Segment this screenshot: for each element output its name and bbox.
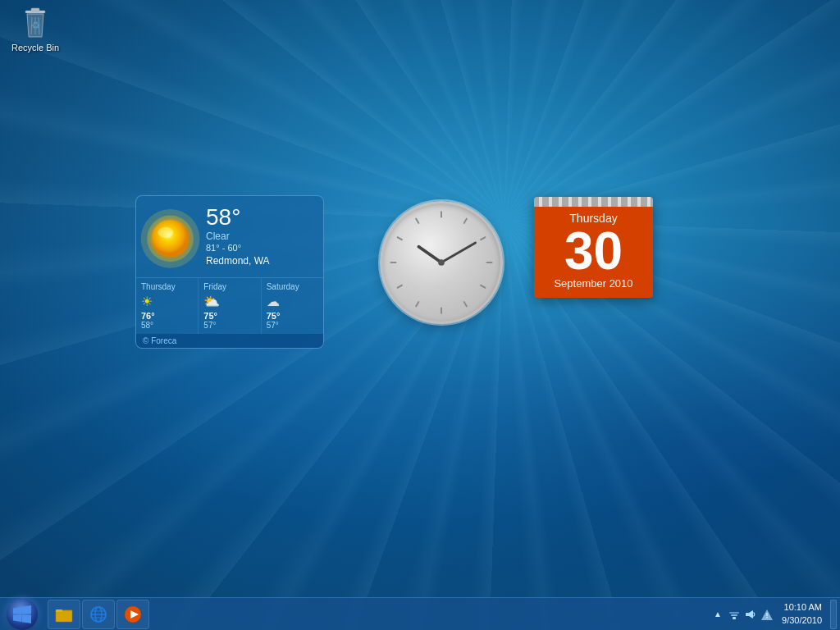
notifications-icon[interactable]: [760, 608, 774, 621]
svg-line-14: [480, 285, 486, 288]
svg-line-21: [416, 218, 419, 224]
calendar-month-year: September 2010: [534, 277, 653, 294]
taskbar: ▲: [0, 597, 840, 630]
calendar-header: Thursday 30 September 2010: [534, 207, 653, 298]
svg-line-20: [397, 237, 403, 240]
network-icon[interactable]: [728, 608, 741, 621]
svg-rect-36: [729, 612, 739, 614]
recycle-bin-label: Recycle Bin: [11, 42, 59, 53]
svg-line-22: [418, 247, 441, 262]
weather-range: 81° - 60°: [206, 243, 315, 253]
svg-line-15: [463, 301, 467, 307]
weather-temperature: 58°: [206, 206, 315, 229]
systray: [728, 608, 774, 621]
weather-info: 58° Clear 81° - 60° Redmond, WA: [206, 203, 315, 267]
media-player-icon: [124, 605, 142, 623]
forecast-icon-thu: ☀: [141, 294, 193, 309]
taskbar-btn-explorer[interactable]: [48, 600, 80, 629]
svg-line-23: [441, 243, 476, 262]
taskbar-items: [44, 600, 153, 629]
svg-rect-41: [767, 617, 768, 619]
taskbar-clock[interactable]: 10:10 AM 9/30/2010: [777, 601, 827, 627]
speakers-icon[interactable]: [744, 608, 757, 621]
weather-widget[interactable]: 58° Clear 81° - 60° Redmond, WA Thursday…: [135, 195, 324, 349]
svg-text:♻: ♻: [31, 20, 40, 31]
calendar-date: 30: [534, 225, 653, 277]
recycle-bin-image: ♻: [19, 7, 52, 40]
clock-widget[interactable]: [380, 201, 503, 324]
weather-forecast: Thursday ☀ 76° 58° Friday ⛅ 75° 57° Satu…: [136, 277, 323, 334]
svg-rect-34: [733, 617, 736, 619]
svg-point-9: [158, 227, 173, 238]
weather-sun-icon: [136, 203, 206, 272]
clock-face: [380, 201, 503, 324]
weather-condition: Clear: [206, 231, 315, 242]
weather-main: 58° Clear 81° - 60° Redmond, WA: [136, 196, 323, 277]
svg-line-12: [480, 237, 486, 240]
taskbar-right: ▲: [711, 600, 840, 629]
svg-rect-37: [746, 613, 749, 616]
recycle-bin-icon[interactable]: ♻ Recycle Bin: [4, 4, 66, 57]
svg-rect-26: [56, 609, 62, 612]
taskbar-time: 10:10 AM: [782, 601, 822, 614]
systray-expand-button[interactable]: ▲: [711, 600, 724, 629]
start-button[interactable]: [0, 598, 44, 631]
forecast-day-friday: Friday ⛅ 75° 57°: [199, 278, 261, 334]
svg-marker-38: [749, 610, 753, 619]
svg-line-11: [463, 218, 467, 224]
ie-icon: [89, 605, 107, 623]
taskbar-date: 9/30/2010: [782, 614, 822, 627]
weather-provider: © Foreca: [136, 334, 323, 348]
svg-rect-35: [731, 614, 737, 616]
svg-rect-1: [31, 8, 39, 11]
svg-point-8: [152, 220, 189, 257]
svg-line-18: [397, 285, 403, 288]
svg-point-24: [438, 259, 445, 266]
show-desktop-button[interactable]: [830, 600, 837, 629]
forecast-day-thursday: Thursday ☀ 76° 58°: [136, 278, 199, 334]
svg-line-17: [416, 301, 419, 307]
forecast-icon-sat: ☁: [267, 294, 318, 309]
clock-ticks: [382, 203, 500, 322]
weather-location: Redmond, WA: [206, 255, 315, 267]
svg-rect-40: [767, 613, 768, 616]
forecast-icon-fri: ⛅: [203, 294, 255, 309]
start-orb: [7, 599, 38, 630]
taskbar-btn-ie[interactable]: [82, 600, 115, 629]
calendar-widget[interactable]: Thursday 30 September 2010: [534, 197, 653, 298]
windows-logo-icon: [13, 605, 31, 623]
forecast-day-saturday: Saturday ☁ 75° 57°: [262, 278, 323, 334]
explorer-icon: [55, 605, 73, 623]
calendar-spine: [534, 197, 653, 207]
taskbar-btn-mediaplayer[interactable]: [116, 600, 149, 629]
